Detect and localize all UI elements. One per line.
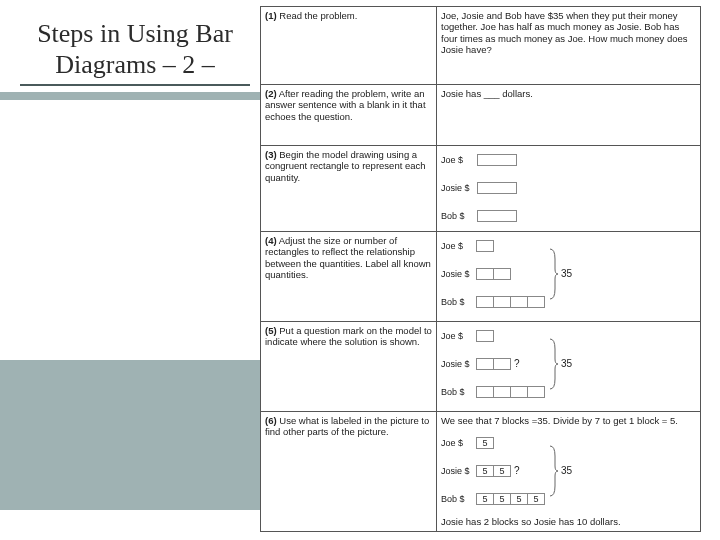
josie-label: Josie $ [441,269,477,280]
bar-unit [476,330,494,342]
step5-num: (5) [265,325,277,336]
bar-unit [510,296,528,308]
bob-label: Bob $ [441,494,477,505]
step6-label: Use what is labeled in the picture to fi… [265,415,429,437]
bar-unit [477,182,517,194]
bar-unit [527,296,545,308]
step5-diagram: Joe $ Josie $? Bob $ 35 [441,325,696,403]
step3-num: (3) [265,149,277,160]
step2-label: After reading the problem, write an answ… [265,88,426,122]
brace-icon [549,247,559,301]
bar-unit: 5 [493,493,511,505]
bar-unit [476,358,494,370]
joe-label: Joe $ [441,331,477,342]
bar-unit [493,358,511,370]
bar-unit [476,386,494,398]
step4-right: Joe $ Josie $ Bob $ 35 [437,232,701,322]
step3-left: (3) Begin the model drawing using a cong… [261,146,437,232]
step1-left: (1) Read the problem. [261,7,437,85]
brace-icon [549,337,559,391]
bob-label: Bob $ [441,211,477,222]
title-block: Steps in Using Bar Diagrams – 2 – [20,18,250,86]
bar-unit: 5 [476,493,494,505]
josie-label: Josie $ [441,183,477,194]
step2-num: (2) [265,88,277,99]
bar-unit [527,386,545,398]
title-underline [20,84,250,86]
joe-label: Joe $ [441,438,477,449]
bar-unit: 5 [493,465,511,477]
bar-unit: 5 [476,437,494,449]
step3-diagram: Joe $ Josie $ Bob $ [441,149,696,227]
step6-left: (6) Use what is labeled in the picture t… [261,412,437,532]
step4-diagram: Joe $ Josie $ Bob $ 35 [441,235,696,313]
bar-unit: 5 [510,493,528,505]
question-mark: ? [514,465,520,477]
step5-label: Put a question mark on the model to indi… [265,325,432,347]
bar-unit [493,268,511,280]
bob-label: Bob $ [441,297,477,308]
decor-band-bottom [0,360,260,510]
bar-unit [493,386,511,398]
bar-unit: 5 [527,493,545,505]
step4-num: (4) [265,235,277,246]
josie-label: Josie $ [441,359,477,370]
page-title: Steps in Using Bar Diagrams – 2 – [20,18,250,80]
bar-unit [477,154,517,166]
step6-diagram: Joe $5 Josie $55? Bob $5555 35 [441,432,696,510]
step6-num: (6) [265,415,277,426]
bar-unit [510,386,528,398]
step6-bottomtext: Josie has 2 blocks so Josie has 10 dolla… [441,516,696,527]
question-mark: ? [514,358,520,370]
step5-left: (5) Put a question mark on the model to … [261,322,437,412]
bar-unit [477,210,517,222]
step1-label: Read the problem. [279,10,357,21]
bar-unit [476,268,494,280]
step6-toptext: We see that 7 blocks =35. Divide by 7 to… [441,415,696,426]
decor-band-top [0,92,260,100]
bob-label: Bob $ [441,387,477,398]
step6-right: We see that 7 blocks =35. Divide by 7 to… [437,412,701,532]
step4-left: (4) Adjust the size or number of rectang… [261,232,437,322]
bar-unit [476,296,494,308]
josie-label: Josie $ [441,466,477,477]
brace-total: 35 [561,268,572,280]
steps-table: (1) Read the problem. Joe, Josie and Bob… [260,6,701,532]
step3-right: Joe $ Josie $ Bob $ [437,146,701,232]
step2-left: (2) After reading the problem, write an … [261,84,437,145]
step3-label: Begin the model drawing using a congruen… [265,149,426,183]
bar-unit [476,240,494,252]
brace-total: 35 [561,358,572,370]
bar-unit: 5 [476,465,494,477]
step4-label: Adjust the size or number of rectangles … [265,235,431,280]
brace-total: 35 [561,465,572,477]
brace-icon [549,444,559,498]
step5-right: Joe $ Josie $? Bob $ 35 [437,322,701,412]
step2-right: Josie has ___ dollars. [437,84,701,145]
step1-num: (1) [265,10,277,21]
joe-label: Joe $ [441,155,477,166]
joe-label: Joe $ [441,241,477,252]
bar-unit [493,296,511,308]
step1-right: Joe, Josie and Bob have $35 when they pu… [437,7,701,85]
